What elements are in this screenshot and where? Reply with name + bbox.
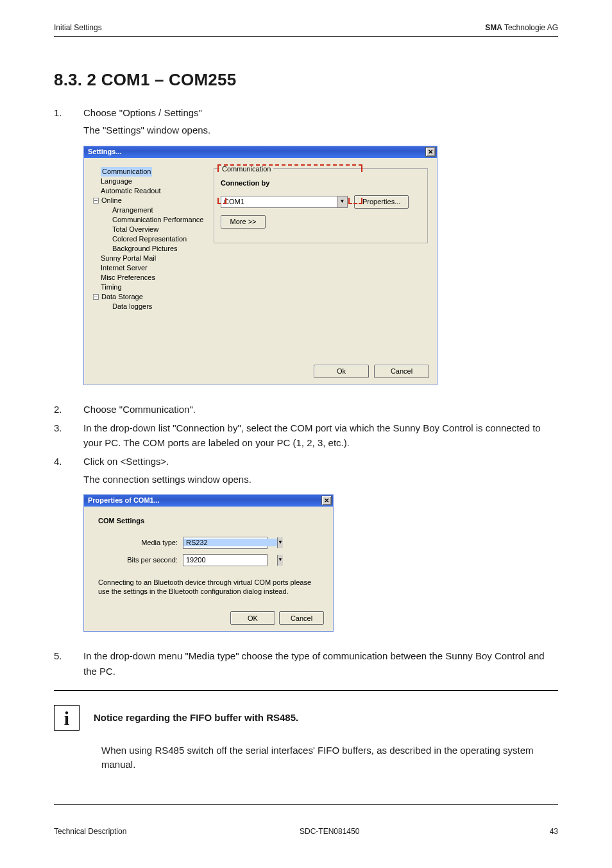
header-rule xyxy=(54,36,558,37)
tree-communication[interactable]: Communication xyxy=(101,167,152,177)
media-type-select[interactable]: ▼ xyxy=(183,537,268,549)
step-4-text: Click on <Settings>. xyxy=(83,454,558,469)
media-type-value[interactable] xyxy=(183,539,277,546)
step-1-text: Choose "Options / Settings" xyxy=(83,105,558,120)
settings-titlebar: Settings... ✕ xyxy=(84,146,437,158)
bits-label: Bits per second: xyxy=(124,555,183,566)
page-header: Initial Settings SMA Technologie AG xyxy=(54,23,558,32)
section-rule xyxy=(54,690,558,691)
tree-bg-pictures[interactable]: Background Pictures xyxy=(93,244,210,254)
step-2: 2. Choose "Communication". xyxy=(54,402,558,417)
more-button[interactable]: More >> xyxy=(221,215,266,229)
tree-data-storage[interactable]: Data Storage xyxy=(101,293,143,300)
step-4: 4. Click on <Settings>. The connection s… xyxy=(54,454,558,645)
bits-value[interactable] xyxy=(183,556,277,564)
tree-colored-rep[interactable]: Colored Representation xyxy=(93,234,210,244)
step-5-number: 5. xyxy=(54,648,83,679)
ok-button[interactable]: OK xyxy=(230,611,275,625)
step-5: 5. In the drop-down menu "Media type" ch… xyxy=(54,648,558,679)
footer-rule xyxy=(54,804,558,805)
notice-row: i Notice regarding the FIFO buffer with … xyxy=(54,705,558,731)
step-5-text: In the drop-down menu "Media type" choos… xyxy=(83,648,558,679)
settings-title: Settings... xyxy=(88,146,122,157)
media-type-label: Media type: xyxy=(124,537,183,548)
step-3: 3. In the drop-down list "Connection by"… xyxy=(54,421,558,451)
step-3-text: In the drop-down list "Connection by", s… xyxy=(83,421,558,451)
tree-data-loggers[interactable]: Data loggers xyxy=(93,302,210,311)
header-right-bold: SMA xyxy=(485,23,502,32)
properties-title: Properties of COM1... xyxy=(88,495,160,506)
tree-comm-perf[interactable]: Communication Performance xyxy=(93,215,210,225)
step-1-follow: The "Settings" window opens. xyxy=(83,123,558,137)
connection-by-label: Connection by xyxy=(221,178,421,189)
tree-sunny-portal[interactable]: Sunny Portal Mail xyxy=(93,254,210,263)
tree-automatic-readout[interactable]: Automatic Readout xyxy=(93,186,210,196)
properties-button[interactable]: Properties... xyxy=(354,195,409,209)
step-2-number: 2. xyxy=(54,402,83,417)
chevron-down-icon[interactable]: ▼ xyxy=(277,537,283,548)
com-settings-heading: COM Settings xyxy=(94,516,323,526)
step-1: 1. Choose "Options / Settings" The "Sett… xyxy=(54,105,558,398)
tree-total-overview[interactable]: Total Overview xyxy=(93,225,210,234)
tree-arrangement[interactable]: Arrangement xyxy=(93,205,210,215)
notice-title: Notice regarding the FIFO buffer with RS… xyxy=(94,712,298,723)
expander-icon[interactable]: – xyxy=(93,198,99,204)
tree-internet-server[interactable]: Internet Server xyxy=(93,263,210,273)
close-icon[interactable]: ✕ xyxy=(425,147,436,157)
expander-icon[interactable]: – xyxy=(93,294,99,300)
section-title: 8.3. 2 COM1 – COM255 xyxy=(54,70,558,90)
header-right: SMA Technologie AG xyxy=(485,23,558,32)
page-footer: Technical Description SDC-TEN081450 43 xyxy=(54,827,558,836)
bits-select[interactable]: ▼ xyxy=(183,554,268,566)
header-right-rest: Technologie AG xyxy=(502,23,558,32)
cancel-button[interactable]: Cancel xyxy=(279,611,324,625)
communication-groupbox: Communication Connection by ▼ Properties… xyxy=(214,168,428,243)
ok-button[interactable]: Ok xyxy=(314,365,369,378)
info-icon: i xyxy=(54,705,80,731)
step-4-follow: The connection settings window opens. xyxy=(83,472,558,487)
tree-misc-prefs[interactable]: Misc Preferences xyxy=(93,273,210,282)
step-2-text: Choose "Communication". xyxy=(83,402,558,417)
header-left: Initial Settings xyxy=(54,23,102,32)
properties-titlebar: Properties of COM1... ✕ xyxy=(84,495,333,507)
step-1-number: 1. xyxy=(54,105,83,398)
tree-online[interactable]: Online xyxy=(101,196,122,204)
chevron-down-icon[interactable]: ▼ xyxy=(277,555,283,566)
chevron-down-icon[interactable]: ▼ xyxy=(337,196,347,207)
footer-mid: SDC-TEN081450 xyxy=(300,827,359,836)
step-4-number: 4. xyxy=(54,454,83,645)
tree-timing[interactable]: Timing xyxy=(93,282,210,292)
cancel-button[interactable]: Cancel xyxy=(374,365,429,378)
groupbox-legend: Communication xyxy=(219,164,273,175)
settings-right-pane: Communication Connection by ▼ Properties… xyxy=(211,164,430,358)
notice-body: When using RS485 switch off the serial i… xyxy=(54,743,558,772)
bluetooth-note: Connecting to an Bluetooth device throug… xyxy=(94,571,323,600)
tree-language[interactable]: Language xyxy=(93,177,210,186)
settings-window: Settings... ✕ Communication Language Aut… xyxy=(83,146,438,385)
properties-window: Properties of COM1... ✕ COM Settings Med… xyxy=(83,494,334,632)
connection-by-value[interactable] xyxy=(221,198,337,205)
settings-tree[interactable]: Communication Language Automatic Readout… xyxy=(89,164,211,358)
page-number: 43 xyxy=(532,827,558,836)
connection-by-select[interactable]: ▼ xyxy=(221,196,348,208)
close-icon[interactable]: ✕ xyxy=(321,496,332,505)
footer-left: Technical Description xyxy=(54,827,126,836)
step-3-number: 3. xyxy=(54,421,83,451)
